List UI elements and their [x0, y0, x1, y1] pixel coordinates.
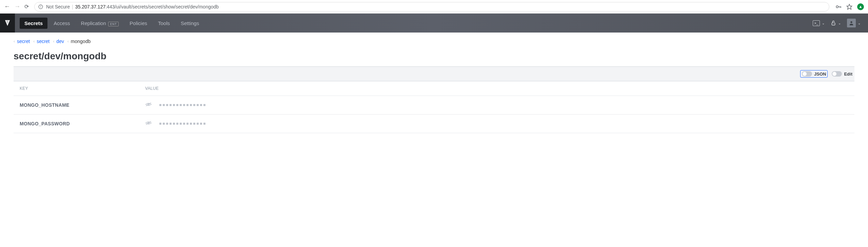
col-key: KEY — [20, 86, 145, 91]
chevron-left-icon: ‹ — [53, 39, 54, 44]
extension-icon[interactable] — [857, 3, 864, 10]
svg-rect-10 — [7, 22, 7, 22]
info-icon — [38, 4, 43, 9]
col-value: VALUE — [145, 86, 159, 91]
address-bar[interactable]: Not Secure | 35.207.37.127:443/ui/vault/… — [34, 2, 829, 12]
security-label: Not Secure — [46, 4, 70, 9]
back-button[interactable]: ← — [4, 3, 10, 10]
svg-point-14 — [850, 21, 852, 23]
edit-label: Edit — [844, 71, 852, 77]
console-icon: >_ — [813, 20, 820, 26]
json-toggle[interactable] — [802, 71, 812, 77]
edit-toggle[interactable] — [832, 71, 842, 77]
avatar-icon — [847, 19, 856, 27]
seal-status-menu[interactable]: ⌄ — [831, 20, 841, 26]
nav-tools[interactable]: Tools — [153, 18, 175, 29]
chevron-down-icon: ⌄ — [858, 21, 861, 25]
reveal-icon[interactable] — [145, 102, 152, 108]
unlock-icon — [831, 20, 836, 26]
secret-key: MONGO_HOSTNAME — [20, 102, 145, 108]
breadcrumb-link[interactable]: dev — [56, 39, 64, 44]
masked-value — [159, 104, 205, 106]
chevron-down-icon: ⌄ — [838, 21, 841, 25]
json-toggle-group: JSON — [800, 70, 828, 78]
nav-replication[interactable]: ReplicationENT — [76, 18, 124, 29]
breadcrumb-link[interactable]: secret — [17, 39, 30, 44]
chevron-down-icon: ⌄ — [822, 21, 825, 25]
chevron-left-icon: ‹ — [33, 39, 35, 44]
svg-rect-9 — [8, 21, 8, 21]
svg-rect-13 — [832, 23, 835, 25]
app-header: Secrets Access ReplicationENT Policies T… — [0, 14, 868, 33]
svg-marker-7 — [847, 4, 852, 9]
secret-toolbar: JSON Edit — [14, 66, 854, 81]
main-nav: Secrets Access ReplicationENT Policies T… — [20, 18, 204, 29]
json-label: JSON — [814, 71, 826, 77]
nav-policies[interactable]: Policies — [125, 18, 152, 29]
svg-point-3 — [836, 6, 838, 8]
masked-value — [159, 123, 205, 125]
svg-point-2 — [41, 6, 41, 6]
table-row: MONGO_PASSWORD — [14, 115, 854, 133]
svg-rect-12 — [7, 23, 7, 23]
breadcrumb-link[interactable]: secret — [37, 39, 50, 44]
table-row: MONGO_HOSTNAME — [14, 96, 854, 115]
key-icon[interactable] — [835, 4, 842, 10]
forward-button[interactable]: → — [14, 3, 20, 10]
reload-button[interactable]: ⟳ — [24, 3, 29, 10]
nav-secrets[interactable]: Secrets — [20, 18, 47, 29]
breadcrumb-current: mongodb — [71, 39, 91, 44]
ent-badge: ENT — [108, 22, 119, 26]
vault-logo[interactable] — [0, 14, 15, 33]
chevron-left-icon: ‹ — [67, 39, 69, 44]
breadcrumb: ‹secret ‹secret ‹dev ‹mongodb — [14, 39, 854, 44]
secrets-table: KEY VALUE MONGO_HOSTNAME MONGO_PASSWORD — [14, 81, 854, 133]
user-menu[interactable]: ⌄ — [847, 19, 861, 27]
console-menu[interactable]: >_ ⌄ — [813, 20, 825, 26]
edit-toggle-group: Edit — [832, 71, 852, 77]
page-title: secret/dev/mongodb — [14, 51, 854, 62]
browser-toolbar: ← → ⟳ Not Secure | 35.207.37.127:443/ui/… — [0, 0, 868, 14]
star-icon[interactable] — [846, 4, 852, 10]
url-path: :443/ui/vault/secrets/secret/show/secret… — [105, 4, 219, 9]
nav-settings[interactable]: Settings — [176, 18, 204, 29]
url-host: 35.207.37.127 — [75, 4, 106, 9]
svg-rect-8 — [7, 21, 7, 21]
reveal-icon[interactable] — [145, 121, 152, 127]
svg-rect-11 — [8, 22, 8, 22]
chevron-left-icon: ‹ — [14, 39, 15, 44]
secret-key: MONGO_PASSWORD — [20, 121, 145, 126]
nav-access[interactable]: Access — [49, 18, 75, 29]
